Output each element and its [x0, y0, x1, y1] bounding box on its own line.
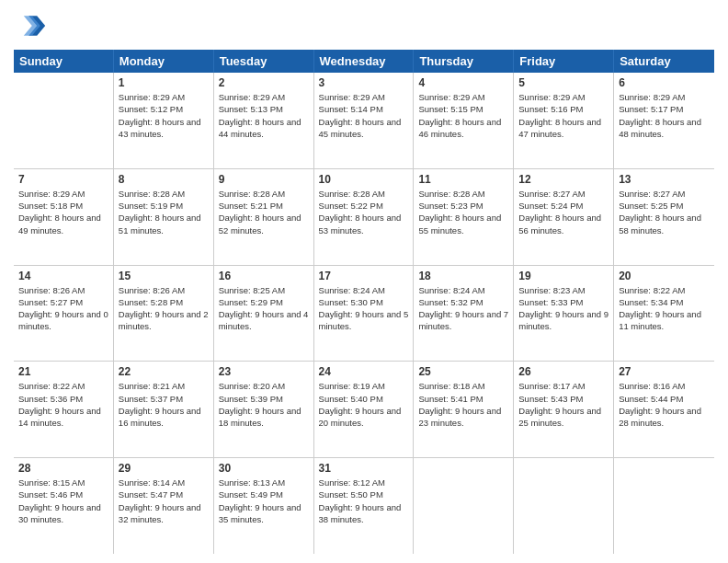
cell-info: Sunrise: 8:26 AMSunset: 5:28 PMDaylight:…: [119, 284, 209, 333]
day-number: 13: [619, 173, 710, 186]
day-number: 7: [18, 173, 108, 186]
cell-info: Sunrise: 8:28 AMSunset: 5:21 PMDaylight:…: [219, 188, 309, 236]
cal-cell-0-2: 2Sunrise: 8:29 AMSunset: 5:13 PMDaylight…: [214, 73, 314, 168]
cal-cell-1-5: 12Sunrise: 8:27 AMSunset: 5:24 PMDayligh…: [514, 169, 614, 265]
dow-tuesday: Tuesday: [214, 50, 314, 73]
cell-info: Sunrise: 8:28 AMSunset: 5:23 PMDaylight:…: [418, 188, 508, 236]
day-number: 29: [119, 462, 209, 475]
day-number: 9: [219, 173, 309, 186]
day-number: 3: [319, 76, 409, 89]
dow-friday: Friday: [514, 50, 614, 73]
calendar: Sunday Monday Tuesday Wednesday Thursday…: [14, 50, 714, 554]
cell-info: Sunrise: 8:29 AMSunset: 5:18 PMDaylight:…: [18, 188, 108, 236]
day-number: 26: [518, 365, 609, 378]
day-number: 19: [518, 270, 609, 282]
dow-monday: Monday: [114, 50, 214, 73]
cell-info: Sunrise: 8:24 AMSunset: 5:30 PMDaylight:…: [319, 284, 409, 333]
cell-info: Sunrise: 8:29 AMSunset: 5:14 PMDaylight:…: [319, 91, 409, 140]
cell-info: Sunrise: 8:28 AMSunset: 5:19 PMDaylight:…: [119, 188, 209, 236]
cell-info: Sunrise: 8:16 AMSunset: 5:44 PMDaylight:…: [619, 380, 710, 429]
cell-info: Sunrise: 8:22 AMSunset: 5:34 PMDaylight:…: [619, 284, 710, 333]
cal-cell-1-2: 9Sunrise: 8:28 AMSunset: 5:21 PMDaylight…: [214, 169, 314, 265]
cell-info: Sunrise: 8:28 AMSunset: 5:22 PMDaylight:…: [319, 188, 409, 236]
cal-cell-0-5: 5Sunrise: 8:29 AMSunset: 5:16 PMDaylight…: [514, 73, 614, 168]
day-number: 8: [119, 173, 209, 186]
cal-cell-0-4: 4Sunrise: 8:29 AMSunset: 5:15 PMDaylight…: [414, 73, 514, 168]
day-number: 25: [418, 365, 508, 378]
cal-cell-4-6: [614, 458, 714, 554]
cell-info: Sunrise: 8:29 AMSunset: 5:15 PMDaylight:…: [418, 91, 508, 140]
week-row-1: 1Sunrise: 8:29 AMSunset: 5:12 PMDaylight…: [14, 73, 714, 169]
day-number: 12: [518, 173, 609, 186]
cell-info: Sunrise: 8:27 AMSunset: 5:25 PMDaylight:…: [619, 188, 710, 236]
day-number: 5: [518, 76, 609, 89]
cell-info: Sunrise: 8:25 AMSunset: 5:29 PMDaylight:…: [219, 284, 309, 333]
week-row-3: 14Sunrise: 8:26 AMSunset: 5:27 PMDayligh…: [14, 266, 714, 362]
day-number: 18: [418, 270, 508, 282]
cal-cell-4-0: 28Sunrise: 8:15 AMSunset: 5:46 PMDayligh…: [14, 458, 114, 554]
calendar-body: 1Sunrise: 8:29 AMSunset: 5:12 PMDaylight…: [14, 73, 714, 554]
cell-info: Sunrise: 8:29 AMSunset: 5:13 PMDaylight:…: [219, 91, 309, 140]
cell-info: Sunrise: 8:15 AMSunset: 5:46 PMDaylight:…: [18, 477, 108, 525]
cal-cell-4-1: 29Sunrise: 8:14 AMSunset: 5:47 PMDayligh…: [114, 458, 214, 554]
day-number: 21: [18, 365, 108, 378]
cell-info: Sunrise: 8:14 AMSunset: 5:47 PMDaylight:…: [119, 477, 209, 525]
cell-info: Sunrise: 8:27 AMSunset: 5:24 PMDaylight:…: [518, 188, 609, 236]
cell-info: Sunrise: 8:17 AMSunset: 5:43 PMDaylight:…: [518, 380, 609, 429]
day-number: 10: [319, 173, 409, 186]
cal-cell-3-5: 26Sunrise: 8:17 AMSunset: 5:43 PMDayligh…: [514, 362, 614, 457]
dow-saturday: Saturday: [614, 50, 714, 73]
cell-info: Sunrise: 8:29 AMSunset: 5:17 PMDaylight:…: [619, 91, 710, 140]
cal-cell-4-4: [414, 458, 514, 554]
day-number: 4: [418, 76, 508, 89]
cal-cell-3-6: 27Sunrise: 8:16 AMSunset: 5:44 PMDayligh…: [614, 362, 714, 457]
day-number: 14: [18, 270, 108, 282]
calendar-header: Sunday Monday Tuesday Wednesday Thursday…: [14, 50, 714, 73]
cal-cell-2-3: 17Sunrise: 8:24 AMSunset: 5:30 PMDayligh…: [314, 266, 415, 362]
cell-info: Sunrise: 8:13 AMSunset: 5:49 PMDaylight:…: [219, 477, 309, 525]
cal-cell-0-0: [14, 73, 114, 168]
cal-cell-1-4: 11Sunrise: 8:28 AMSunset: 5:23 PMDayligh…: [414, 169, 514, 265]
logo-icon: [14, 9, 47, 42]
cal-cell-4-2: 30Sunrise: 8:13 AMSunset: 5:49 PMDayligh…: [214, 458, 314, 554]
cal-cell-0-1: 1Sunrise: 8:29 AMSunset: 5:12 PMDaylight…: [114, 73, 214, 168]
day-number: 23: [219, 365, 309, 378]
cal-cell-2-5: 19Sunrise: 8:23 AMSunset: 5:33 PMDayligh…: [514, 266, 614, 362]
cal-cell-2-6: 20Sunrise: 8:22 AMSunset: 5:34 PMDayligh…: [614, 266, 714, 362]
cal-cell-1-3: 10Sunrise: 8:28 AMSunset: 5:22 PMDayligh…: [314, 169, 415, 265]
cell-info: Sunrise: 8:12 AMSunset: 5:50 PMDaylight:…: [319, 477, 409, 525]
cal-cell-2-1: 15Sunrise: 8:26 AMSunset: 5:28 PMDayligh…: [114, 266, 214, 362]
cal-cell-0-6: 6Sunrise: 8:29 AMSunset: 5:17 PMDaylight…: [614, 73, 714, 168]
dow-thursday: Thursday: [414, 50, 514, 73]
day-number: 24: [319, 365, 409, 378]
cell-info: Sunrise: 8:23 AMSunset: 5:33 PMDaylight:…: [518, 284, 609, 333]
day-number: 16: [219, 270, 309, 282]
cal-cell-3-0: 21Sunrise: 8:22 AMSunset: 5:36 PMDayligh…: [14, 362, 114, 457]
cell-info: Sunrise: 8:29 AMSunset: 5:12 PMDaylight:…: [119, 91, 209, 140]
cell-info: Sunrise: 8:29 AMSunset: 5:16 PMDaylight:…: [518, 91, 609, 140]
dow-wednesday: Wednesday: [314, 50, 415, 73]
cal-cell-1-1: 8Sunrise: 8:28 AMSunset: 5:19 PMDaylight…: [114, 169, 214, 265]
cell-info: Sunrise: 8:20 AMSunset: 5:39 PMDaylight:…: [219, 380, 309, 429]
cal-cell-0-3: 3Sunrise: 8:29 AMSunset: 5:14 PMDaylight…: [314, 73, 415, 168]
week-row-4: 21Sunrise: 8:22 AMSunset: 5:36 PMDayligh…: [14, 362, 714, 458]
week-row-2: 7Sunrise: 8:29 AMSunset: 5:18 PMDaylight…: [14, 169, 714, 266]
day-number: 17: [319, 270, 409, 282]
cell-info: Sunrise: 8:19 AMSunset: 5:40 PMDaylight:…: [319, 380, 409, 429]
cal-cell-2-0: 14Sunrise: 8:26 AMSunset: 5:27 PMDayligh…: [14, 266, 114, 362]
day-number: 30: [219, 462, 309, 475]
day-number: 15: [119, 270, 209, 282]
cal-cell-3-4: 25Sunrise: 8:18 AMSunset: 5:41 PMDayligh…: [414, 362, 514, 457]
day-number: 1: [119, 76, 209, 89]
cal-cell-1-0: 7Sunrise: 8:29 AMSunset: 5:18 PMDaylight…: [14, 169, 114, 265]
day-number: 6: [619, 76, 710, 89]
cal-cell-3-3: 24Sunrise: 8:19 AMSunset: 5:40 PMDayligh…: [314, 362, 415, 457]
day-number: 27: [619, 365, 710, 378]
day-number: 28: [18, 462, 108, 475]
day-number: 2: [219, 76, 309, 89]
day-number: 22: [119, 365, 209, 378]
dow-sunday: Sunday: [14, 50, 114, 73]
week-row-5: 28Sunrise: 8:15 AMSunset: 5:46 PMDayligh…: [14, 458, 714, 554]
day-number: 20: [619, 270, 710, 282]
cal-cell-4-5: [514, 458, 614, 554]
